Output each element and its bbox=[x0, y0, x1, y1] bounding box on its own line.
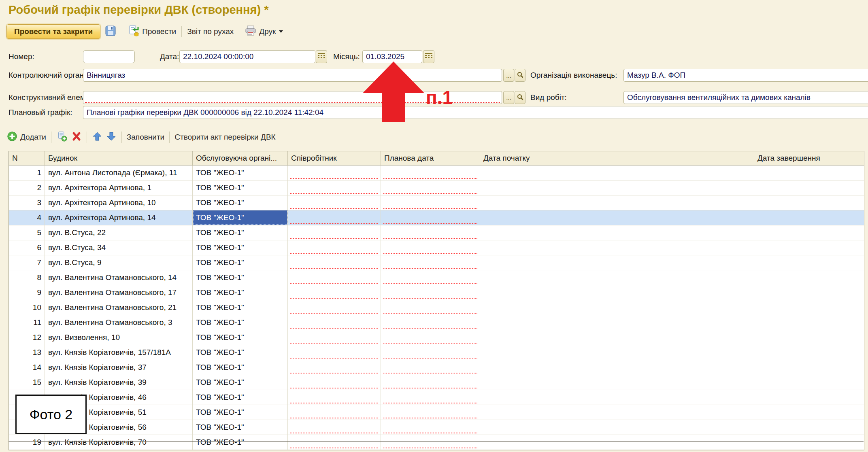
cell-employee[interactable] bbox=[288, 195, 381, 210]
cell-end-date[interactable] bbox=[754, 240, 864, 255]
cell-end-date[interactable] bbox=[754, 225, 864, 240]
cell-building[interactable]: вул. Князів Коріатовичів, 39 bbox=[45, 375, 193, 390]
delete-row-button[interactable] bbox=[71, 131, 82, 144]
cell-org[interactable]: ТОВ "ЖЕО-1" bbox=[193, 240, 288, 255]
cell-building[interactable]: вул. Архітектора Артинова, 1 bbox=[45, 180, 193, 195]
cell-building[interactable]: вул. Князів Коріатовичів, 157/181А bbox=[45, 345, 193, 360]
cell-planned-date[interactable] bbox=[381, 390, 480, 405]
table-row[interactable]: 3вул. Архітектора Артинова, 10ТОВ "ЖЕО-1… bbox=[9, 195, 864, 210]
cell-n[interactable]: 2 bbox=[9, 180, 45, 195]
cell-end-date[interactable] bbox=[754, 420, 864, 435]
cell-employee[interactable] bbox=[288, 285, 381, 300]
cell-end-date[interactable] bbox=[754, 435, 864, 450]
cell-start-date[interactable] bbox=[480, 420, 754, 435]
cell-n[interactable]: 12 bbox=[9, 330, 45, 345]
cell-start-date[interactable] bbox=[480, 360, 754, 375]
create-act-button[interactable]: Створити акт перевірки ДВК bbox=[174, 133, 275, 142]
cell-start-date[interactable] bbox=[480, 405, 754, 420]
cell-start-date[interactable] bbox=[480, 180, 754, 195]
cell-n[interactable]: 9 bbox=[9, 285, 45, 300]
table-row[interactable]: 15вул. Князів Коріатовичів, 39ТОВ "ЖЕО-1… bbox=[9, 375, 864, 390]
cell-building[interactable]: вул. Антона Листопада (Єрмака), 11 bbox=[45, 166, 193, 180]
column-header-0[interactable]: N bbox=[9, 151, 45, 165]
cell-planned-date[interactable] bbox=[381, 285, 480, 300]
column-header-3[interactable]: Співробітник bbox=[288, 151, 381, 165]
cell-planned-date[interactable] bbox=[381, 180, 480, 195]
cell-building[interactable]: вул. Валентина Отамановського, 17 bbox=[45, 285, 193, 300]
cell-end-date[interactable] bbox=[754, 300, 864, 315]
cell-end-date[interactable] bbox=[754, 360, 864, 375]
cell-n[interactable]: 15 bbox=[9, 375, 45, 390]
cell-end-date[interactable] bbox=[754, 195, 864, 210]
cell-start-date[interactable] bbox=[480, 195, 754, 210]
cell-employee[interactable] bbox=[288, 435, 381, 450]
cell-org[interactable]: ТОВ "ЖЕО-1" bbox=[193, 345, 288, 360]
cell-start-date[interactable] bbox=[480, 270, 754, 285]
org-executor-field[interactable]: Мазур В.А. ФОП bbox=[623, 69, 868, 82]
cell-planned-date[interactable] bbox=[381, 225, 480, 240]
post-and-close-button[interactable]: Провести та закрити bbox=[6, 24, 100, 39]
table-row[interactable]: 14вул. Князів Коріатовичів, 37ТОВ "ЖЕО-1… bbox=[9, 360, 864, 375]
cell-org[interactable]: ТОВ "ЖЕО-1" bbox=[193, 390, 288, 405]
cell-building[interactable]: вул. Валентина Отамановського, 14 bbox=[45, 270, 193, 285]
cell-building[interactable]: вул. Князів Коріатовичів, 37 bbox=[45, 360, 193, 375]
cell-end-date[interactable] bbox=[754, 166, 864, 180]
cell-planned-date[interactable] bbox=[381, 405, 480, 420]
cell-end-date[interactable] bbox=[754, 285, 864, 300]
cell-employee[interactable] bbox=[288, 240, 381, 255]
planned-schedule-field[interactable]: Планові графіки перевірки ДВК 000000006 … bbox=[83, 106, 868, 119]
move-down-button[interactable] bbox=[106, 131, 117, 144]
cell-building[interactable]: вул. Архітектора Артинова, 10 bbox=[45, 195, 193, 210]
cell-n[interactable]: 8 bbox=[9, 270, 45, 285]
cell-planned-date[interactable] bbox=[381, 255, 480, 270]
cell-end-date[interactable] bbox=[754, 405, 864, 420]
cell-planned-date[interactable] bbox=[381, 240, 480, 255]
table-row[interactable]: 4вул. Архітектора Артинова, 14ТОВ "ЖЕО-1… bbox=[9, 210, 864, 225]
table-row[interactable]: 6вул. В.Стуса, 34ТОВ "ЖЕО-1" bbox=[9, 240, 864, 255]
cell-employee[interactable] bbox=[288, 345, 381, 360]
cell-org[interactable]: ТОВ "ЖЕО-1" bbox=[193, 420, 288, 435]
print-button[interactable]: Друк bbox=[245, 25, 283, 38]
table-row[interactable]: 19вул. Князів Коріатовичів, 70ТОВ "ЖЕО-1… bbox=[9, 435, 864, 450]
cell-employee[interactable] bbox=[288, 390, 381, 405]
cell-org[interactable]: ТОВ "ЖЕО-1" bbox=[193, 300, 288, 315]
cell-building[interactable]: вул. Визволення, 10 bbox=[45, 330, 193, 345]
cell-end-date[interactable] bbox=[754, 330, 864, 345]
cell-planned-date[interactable] bbox=[381, 315, 480, 330]
cell-employee[interactable] bbox=[288, 166, 381, 180]
cell-start-date[interactable] bbox=[480, 345, 754, 360]
movements-report-button[interactable]: Звіт по рухах bbox=[187, 27, 234, 36]
cell-building[interactable]: вул. Архітектора Артинова, 14 bbox=[45, 210, 193, 225]
cell-planned-date[interactable] bbox=[381, 166, 480, 180]
cell-planned-date[interactable] bbox=[381, 435, 480, 450]
month-calendar-button[interactable] bbox=[423, 50, 434, 63]
cell-start-date[interactable] bbox=[480, 210, 754, 225]
cell-employee[interactable] bbox=[288, 420, 381, 435]
cell-start-date[interactable] bbox=[480, 255, 754, 270]
cell-n[interactable]: 4 bbox=[9, 210, 45, 225]
controlling-body-more-button[interactable]: ... bbox=[503, 69, 514, 82]
cell-n[interactable]: 3 bbox=[9, 195, 45, 210]
cell-planned-date[interactable] bbox=[381, 210, 480, 225]
cell-employee[interactable] bbox=[288, 330, 381, 345]
cell-employee[interactable] bbox=[288, 270, 381, 285]
cell-n[interactable]: 10 bbox=[9, 300, 45, 315]
table-row[interactable]: 18вул. Князів Коріатовичів, 56ТОВ "ЖЕО-1… bbox=[9, 420, 864, 435]
cell-n[interactable]: 19 bbox=[9, 435, 45, 450]
constructive-element-search-button[interactable] bbox=[515, 91, 525, 104]
cell-start-date[interactable] bbox=[480, 375, 754, 390]
cell-start-date[interactable] bbox=[480, 315, 754, 330]
cell-building[interactable]: вул. В.Стуса, 22 bbox=[45, 225, 193, 240]
constructive-element-more-button[interactable]: ... bbox=[503, 91, 514, 104]
table-row[interactable]: 16вул. Князів Коріатовичів, 46ТОВ "ЖЕО-1… bbox=[9, 390, 864, 405]
cell-employee[interactable] bbox=[288, 405, 381, 420]
cell-start-date[interactable] bbox=[480, 300, 754, 315]
cell-start-date[interactable] bbox=[480, 390, 754, 405]
cell-n[interactable]: 6 bbox=[9, 240, 45, 255]
date-calendar-button[interactable] bbox=[316, 50, 327, 63]
cell-end-date[interactable] bbox=[754, 270, 864, 285]
cell-planned-date[interactable] bbox=[381, 375, 480, 390]
cell-org[interactable]: ТОВ "ЖЕО-1" bbox=[193, 405, 288, 420]
cell-start-date[interactable] bbox=[480, 330, 754, 345]
column-header-4[interactable]: Планова дата bbox=[381, 151, 480, 165]
